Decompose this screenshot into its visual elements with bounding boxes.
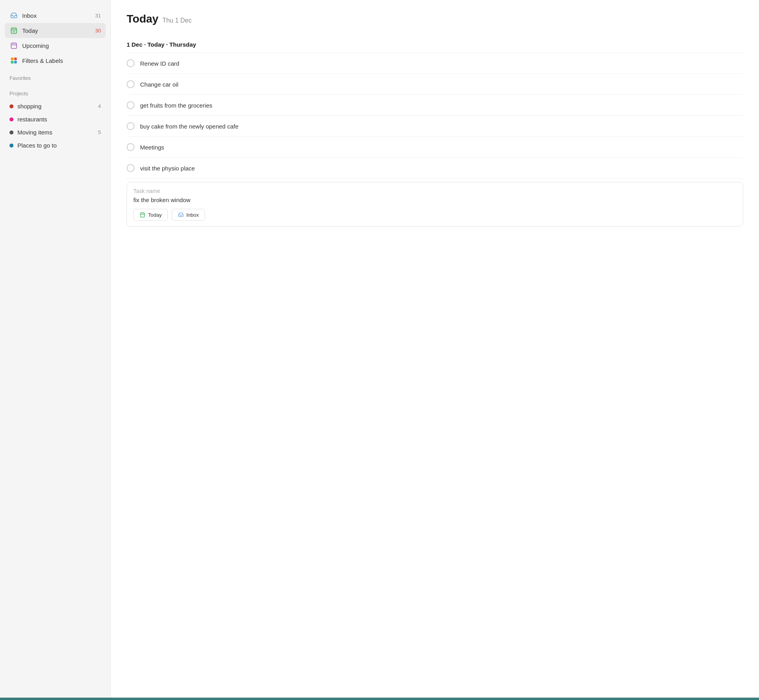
filters-icon [9, 56, 18, 65]
project-dot-restaurants [9, 117, 13, 121]
svg-rect-18 [140, 213, 145, 217]
task-name-label: Task name [133, 188, 736, 194]
task-input-actions: Today Inbox [133, 209, 736, 221]
project-dot-moving [9, 131, 13, 134]
svg-text:01: 01 [13, 30, 15, 33]
main-content: Today Thu 1 Dec 1 Dec · Today · Thursday… [111, 0, 759, 700]
task-item-task1[interactable]: Renew ID card [127, 53, 743, 74]
project-label-moving: Moving items [17, 129, 52, 136]
svg-rect-16 [11, 61, 13, 63]
today-small-icon [139, 212, 146, 218]
sidebar: Inbox 31 01 Today 30 Upcoming [0, 0, 111, 700]
projects-section-label: Projects [5, 84, 106, 99]
date-heading: 1 Dec · Today · Thursday [127, 35, 743, 53]
task-text-task5: Meetings [140, 144, 164, 151]
today-icon: 01 [9, 26, 18, 35]
nav-item-badge-today: 30 [95, 28, 101, 34]
action-pill-inbox-action[interactable]: Inbox [172, 209, 205, 221]
svg-rect-17 [15, 61, 17, 63]
sidebar-item-filters[interactable]: Filters & Labels [5, 53, 106, 68]
nav-item-label-upcoming: Upcoming [22, 42, 49, 49]
task-item-task3[interactable]: get fruits from the groceries [127, 95, 743, 116]
task-checkbox-task6[interactable] [127, 164, 135, 172]
task-checkbox-task3[interactable] [127, 101, 135, 109]
task-text-task4: buy cake from the newly opened cafe [140, 123, 238, 130]
task-text-task1: Renew ID card [140, 60, 179, 67]
sidebar-item-inbox[interactable]: Inbox 31 [5, 8, 106, 23]
action-label-inbox-action: Inbox [186, 212, 199, 218]
new-task-input-area[interactable]: Task name fix the broken window Today In… [127, 182, 743, 227]
page-header: Today Thu 1 Dec [127, 13, 743, 25]
project-item-moving[interactable]: Moving items 5 [5, 126, 106, 139]
task-item-task4[interactable]: buy cake from the newly opened cafe [127, 116, 743, 137]
task-item-task5[interactable]: Meetings [127, 137, 743, 158]
task-checkbox-task5[interactable] [127, 143, 135, 151]
project-badge-moving: 5 [98, 129, 101, 135]
task-checkbox-task2[interactable] [127, 80, 135, 88]
project-dot-places [9, 144, 13, 148]
page-title-subtitle: Thu 1 Dec [162, 17, 192, 24]
favorites-section-label: Favorites [5, 69, 106, 83]
sidebar-item-upcoming[interactable]: Upcoming [5, 38, 106, 53]
action-pill-today-action[interactable]: Today [133, 209, 168, 221]
sidebar-item-today[interactable]: 01 Today 30 [5, 23, 106, 38]
action-label-today-action: Today [148, 212, 162, 218]
project-badge-shopping: 4 [98, 103, 101, 109]
task-checkbox-task4[interactable] [127, 122, 135, 130]
inbox-small-icon [178, 212, 184, 218]
project-label-places: Places to go to [17, 142, 57, 149]
task-text-task2: Change car oil [140, 81, 178, 88]
task-checkbox-task1[interactable] [127, 59, 135, 67]
svg-rect-5 [11, 43, 17, 49]
bottom-bar [0, 698, 759, 700]
nav-item-label-filters: Filters & Labels [22, 57, 63, 64]
task-text-task6: visit the physio place [140, 165, 195, 172]
project-label-shopping: shopping [17, 103, 42, 110]
inbox-icon [9, 11, 18, 20]
project-dot-shopping [9, 104, 13, 108]
project-label-restaurants: restaurants [17, 116, 47, 123]
page-title: Today Thu 1 Dec [127, 13, 743, 25]
nav-item-label-today: Today [22, 27, 38, 34]
svg-rect-15 [15, 58, 17, 60]
project-item-shopping[interactable]: shopping 4 [5, 100, 106, 113]
task-item-task6[interactable]: visit the physio place [127, 158, 743, 179]
svg-rect-14 [11, 58, 13, 60]
project-item-restaurants[interactable]: restaurants [5, 113, 106, 126]
nav-item-badge-inbox: 31 [95, 13, 101, 19]
page-title-text: Today [127, 13, 158, 25]
upcoming-icon [9, 41, 18, 50]
task-item-task2[interactable]: Change car oil [127, 74, 743, 95]
task-text-task3: get fruits from the groceries [140, 102, 213, 109]
project-item-places[interactable]: Places to go to [5, 139, 106, 152]
task-name-value[interactable]: fix the broken window [133, 197, 736, 203]
nav-item-label-inbox: Inbox [22, 12, 37, 19]
